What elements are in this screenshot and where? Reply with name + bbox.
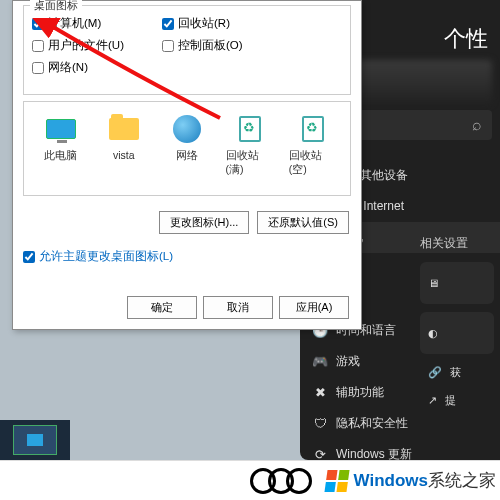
apply-button[interactable]: 应用(A) bbox=[279, 296, 349, 319]
checkbox-user-files[interactable]: 用户的文件(U) bbox=[32, 38, 124, 53]
dialog-footer-buttons: 确定 取消 应用(A) bbox=[127, 296, 349, 319]
icon-label: 网络 bbox=[176, 149, 198, 163]
icon-preview-list: 此电脑 vista 网络 回收站(满) 回收站(空) bbox=[23, 101, 351, 196]
desktop-icons-group: 桌面图标 计算机(M) 回收站(R) 用户的文件(U) 控制面板(O) 网络(N… bbox=[23, 5, 351, 95]
cancel-button[interactable]: 取消 bbox=[203, 296, 273, 319]
icon-vista[interactable]: vista bbox=[99, 112, 148, 191]
settings-page-title: 个性 bbox=[444, 24, 488, 54]
related-settings-panel: 相关设置 🖥 ◐ 🔗获 ↗提 bbox=[420, 235, 494, 418]
desktop-icons-dialog: 桌面图标 计算机(M) 回收站(R) 用户的文件(U) 控制面板(O) 网络(N… bbox=[12, 0, 362, 330]
theme-preview bbox=[352, 60, 492, 104]
watermark-text: Windows系统之家 bbox=[354, 469, 496, 492]
checkbox-recycle[interactable]: 回收站(R) bbox=[162, 16, 230, 31]
checkbox-network[interactable]: 网络(N) bbox=[32, 60, 88, 75]
checkbox-control-panel[interactable]: 控制面板(O) bbox=[162, 38, 243, 53]
related-link-feedback[interactable]: ↗提 bbox=[420, 390, 494, 410]
ok-button[interactable]: 确定 bbox=[127, 296, 197, 319]
checkbox-label: 控制面板(O) bbox=[178, 38, 243, 53]
monitor-icon bbox=[27, 434, 43, 446]
icon-buttons-row: 更改图标(H)... 还原默认值(S) bbox=[159, 211, 349, 234]
icon-recycle-full[interactable]: 回收站(满) bbox=[226, 112, 275, 191]
rings-logo bbox=[250, 465, 320, 497]
allow-theme-input[interactable] bbox=[23, 251, 35, 263]
allow-theme-checkbox[interactable]: 允许主题更改桌面图标(L) bbox=[23, 249, 173, 264]
related-card-display[interactable]: 🖥 bbox=[420, 262, 494, 304]
checkbox-computer[interactable]: 计算机(M) bbox=[32, 16, 101, 31]
link-label: 提 bbox=[445, 393, 456, 408]
checkbox-control-panel-input[interactable] bbox=[162, 40, 174, 52]
feedback-icon: ↗ bbox=[428, 394, 437, 407]
icon-recycle-empty[interactable]: 回收站(空) bbox=[289, 112, 338, 191]
search-icon: ⌕ bbox=[472, 116, 482, 134]
taskbar-thumbnail[interactable] bbox=[13, 425, 57, 455]
checkbox-label: 计算机(M) bbox=[48, 16, 101, 31]
change-icon-button[interactable]: 更改图标(H)... bbox=[159, 211, 249, 234]
accessibility-icon: ✖ bbox=[312, 385, 328, 400]
globe-icon bbox=[173, 115, 201, 143]
icon-label: vista bbox=[113, 149, 135, 161]
link-label: 获 bbox=[450, 365, 461, 380]
taskbar-segment bbox=[0, 420, 70, 460]
checkbox-label: 用户的文件(U) bbox=[48, 38, 124, 53]
checkbox-label: 允许主题更改桌面图标(L) bbox=[39, 249, 173, 264]
icon-label: 此电脑 bbox=[44, 149, 77, 163]
contrast-icon: ◐ bbox=[428, 327, 438, 340]
recycle-empty-icon bbox=[302, 116, 324, 142]
icon-label: 回收站(满) bbox=[226, 149, 275, 177]
icon-this-pc[interactable]: 此电脑 bbox=[36, 112, 85, 191]
checkbox-label: 回收站(R) bbox=[178, 16, 230, 31]
restore-default-button[interactable]: 还原默认值(S) bbox=[257, 211, 349, 234]
recycle-full-icon bbox=[239, 116, 261, 142]
folder-icon bbox=[109, 118, 139, 140]
nav-label: 游戏 bbox=[336, 353, 360, 370]
icon-label: 回收站(空) bbox=[289, 149, 338, 177]
nav-label: 辅助功能 bbox=[336, 384, 384, 401]
checkbox-label: 网络(N) bbox=[48, 60, 88, 75]
gaming-icon: 🎮 bbox=[312, 354, 328, 369]
link-icon: 🔗 bbox=[428, 366, 442, 379]
checkbox-computer-input[interactable] bbox=[32, 18, 44, 30]
nav-label: 隐私和安全性 bbox=[336, 415, 408, 432]
monitor-icon bbox=[46, 119, 76, 139]
related-card-dark[interactable]: ◐ bbox=[420, 312, 494, 354]
related-link-get[interactable]: 🔗获 bbox=[420, 362, 494, 382]
shield-icon: 🛡 bbox=[312, 416, 328, 431]
checkbox-recycle-input[interactable] bbox=[162, 18, 174, 30]
watermark-bar: Windows系统之家 bbox=[0, 460, 500, 500]
icon-network[interactable]: 网络 bbox=[162, 112, 211, 191]
checkbox-network-input[interactable] bbox=[32, 62, 44, 74]
windows-logo-icon bbox=[324, 470, 349, 492]
group-legend: 桌面图标 bbox=[30, 0, 82, 13]
checkbox-user-files-input[interactable] bbox=[32, 40, 44, 52]
monitor-icon: 🖥 bbox=[428, 277, 439, 289]
related-settings-header: 相关设置 bbox=[420, 235, 494, 252]
